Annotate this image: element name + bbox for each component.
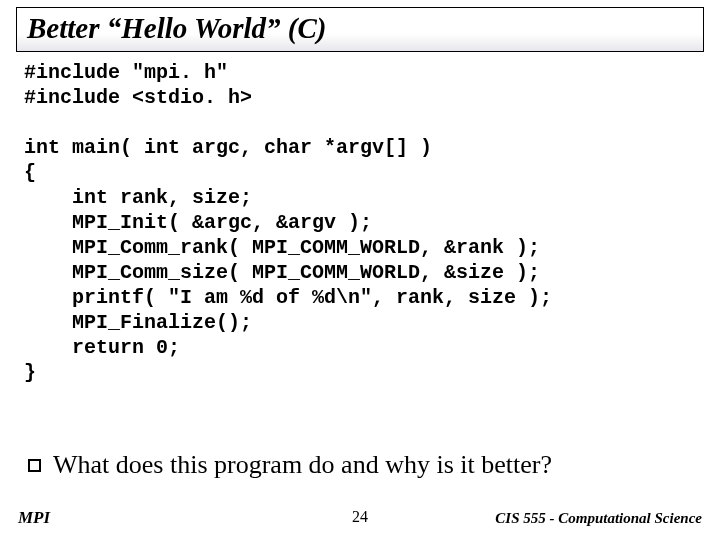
bullet-icon [28, 459, 41, 472]
page-number: 24 [352, 508, 368, 526]
code-block: #include "mpi. h" #include <stdio. h> in… [24, 60, 552, 385]
question-text: What does this program do and why is it … [53, 450, 552, 480]
slide-title: Better “Hello World” (C) [27, 12, 693, 45]
slide-title-box: Better “Hello World” (C) [16, 7, 704, 52]
footer-left: MPI [18, 508, 50, 528]
question-row: What does this program do and why is it … [28, 450, 552, 480]
footer: MPI 24 CIS 555 - Computational Science [18, 508, 702, 528]
footer-right: CIS 555 - Computational Science [495, 510, 702, 527]
